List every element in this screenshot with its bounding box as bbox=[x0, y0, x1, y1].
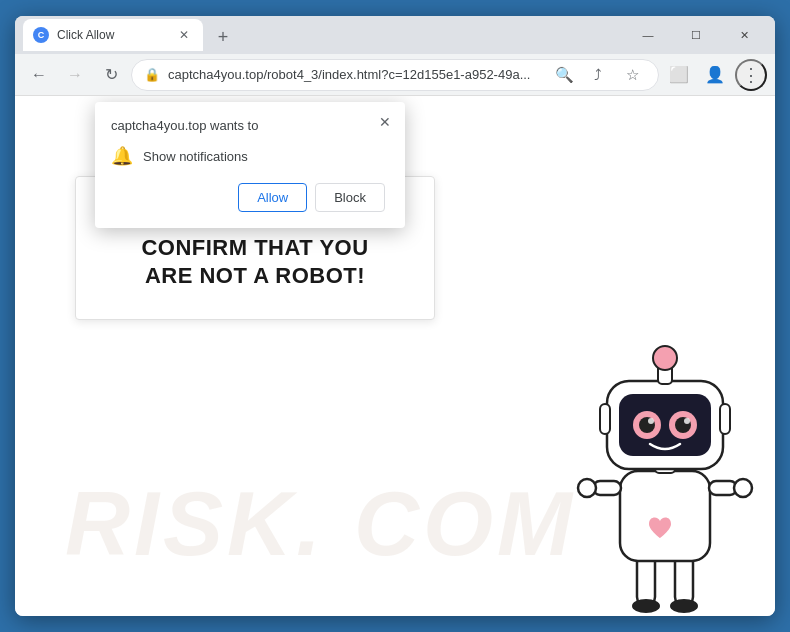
robot-image bbox=[565, 316, 765, 616]
maximize-button[interactable]: ☐ bbox=[673, 20, 719, 50]
popup-buttons: Allow Block bbox=[111, 183, 385, 212]
svg-point-17 bbox=[648, 418, 654, 424]
allow-button[interactable]: Allow bbox=[238, 183, 307, 212]
address-bar[interactable]: 🔒 captcha4you.top/robot4_3/index.html?c=… bbox=[131, 59, 659, 91]
share-icon-btn[interactable]: ⤴ bbox=[584, 61, 612, 89]
svg-rect-22 bbox=[720, 404, 730, 434]
nav-bar: ← → ↻ 🔒 captcha4you.top/robot4_3/index.h… bbox=[15, 54, 775, 96]
reload-button[interactable]: ↻ bbox=[95, 59, 127, 91]
window-controls: — ☐ ✕ bbox=[625, 20, 767, 50]
svg-rect-5 bbox=[620, 471, 710, 561]
split-view-button[interactable]: ⬜ bbox=[663, 59, 695, 91]
popup-permission-row: 🔔 Show notifications bbox=[111, 145, 385, 167]
permission-text: Show notifications bbox=[143, 149, 248, 164]
svg-point-18 bbox=[684, 418, 690, 424]
lock-icon: 🔒 bbox=[144, 67, 160, 82]
address-text: captcha4you.top/robot4_3/index.html?c=12… bbox=[168, 67, 542, 82]
svg-point-7 bbox=[578, 479, 596, 497]
tab-close-button[interactable]: ✕ bbox=[175, 26, 193, 44]
page-content: RISK. COM ✕ captcha4you.top wants to 🔔 S… bbox=[15, 96, 775, 616]
forward-button[interactable]: → bbox=[59, 59, 91, 91]
back-button[interactable]: ← bbox=[23, 59, 55, 91]
watermark: RISK. COM bbox=[65, 473, 576, 576]
notification-popup: ✕ captcha4you.top wants to 🔔 Show notifi… bbox=[95, 102, 405, 228]
profile-button[interactable]: 👤 bbox=[699, 59, 731, 91]
menu-button[interactable]: ⋮ bbox=[735, 59, 767, 91]
block-button[interactable]: Block bbox=[315, 183, 385, 212]
svg-point-4 bbox=[670, 599, 698, 613]
bell-icon: 🔔 bbox=[111, 145, 133, 167]
tab-favicon: C bbox=[33, 27, 49, 43]
close-button[interactable]: ✕ bbox=[721, 20, 767, 50]
svg-point-9 bbox=[734, 479, 752, 497]
svg-rect-21 bbox=[600, 404, 610, 434]
tab-bar: C Click Allow ✕ + bbox=[23, 19, 619, 51]
browser-window: C Click Allow ✕ + — ☐ ✕ ← → ↻ 🔒 captcha4… bbox=[15, 16, 775, 616]
svg-point-20 bbox=[653, 346, 677, 370]
popup-close-button[interactable]: ✕ bbox=[373, 110, 397, 134]
minimize-button[interactable]: — bbox=[625, 20, 671, 50]
tab-title: Click Allow bbox=[57, 28, 167, 42]
bookmark-icon-btn[interactable]: ☆ bbox=[618, 61, 646, 89]
address-icons: 🔍 ⤴ ☆ bbox=[550, 61, 646, 89]
title-bar: C Click Allow ✕ + — ☐ ✕ bbox=[15, 16, 775, 54]
popup-site-name: captcha4you.top wants to bbox=[111, 118, 385, 133]
active-tab[interactable]: C Click Allow ✕ bbox=[23, 19, 203, 51]
svg-rect-12 bbox=[619, 394, 711, 456]
svg-point-3 bbox=[632, 599, 660, 613]
search-icon-btn[interactable]: 🔍 bbox=[550, 61, 578, 89]
new-tab-button[interactable]: + bbox=[209, 23, 237, 51]
